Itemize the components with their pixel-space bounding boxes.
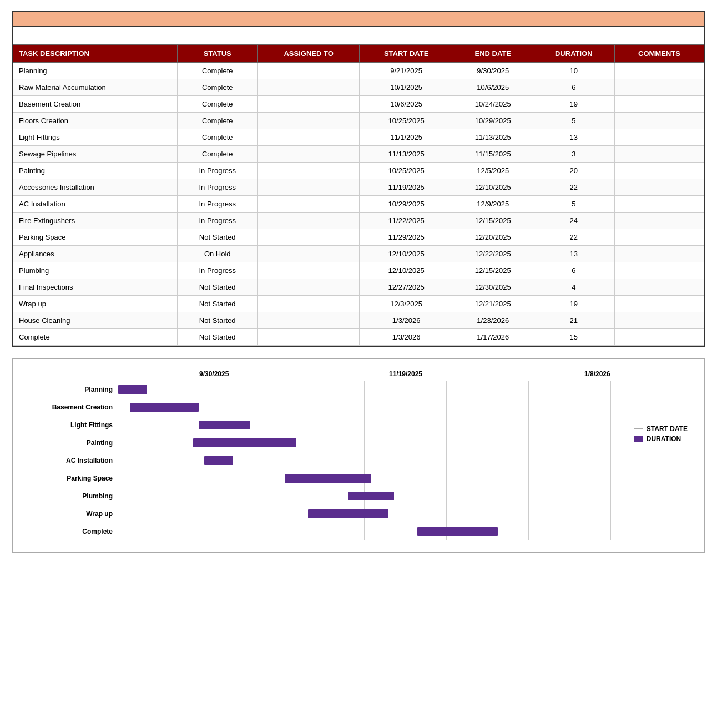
- task-assigned: [257, 96, 359, 113]
- task-end: 1/23/2026: [453, 312, 533, 329]
- table-body: Planning Complete 9/21/2025 9/30/2025 10…: [13, 63, 704, 346]
- task-comments: [614, 96, 704, 113]
- task-comments: [614, 113, 704, 129]
- task-end: 12/15/2025: [453, 262, 533, 279]
- task-status: On Hold: [177, 246, 257, 262]
- gantt-bar: [204, 456, 233, 465]
- task-status: Not Started: [177, 296, 257, 312]
- gantt-task-label: Light Fittings: [24, 416, 118, 434]
- task-duration: 19: [533, 96, 614, 113]
- task-status: In Progress: [177, 179, 257, 196]
- gantt-task-label: AC Installation: [24, 452, 118, 469]
- task-status: Complete: [177, 63, 257, 79]
- task-assigned: [257, 296, 359, 312]
- task-name: Raw Material Accumulation: [13, 79, 178, 96]
- task-assigned: [257, 179, 359, 196]
- task-start: 10/29/2025: [360, 196, 453, 213]
- task-name: House Cleaning: [13, 312, 178, 329]
- gantt-row: [118, 505, 693, 523]
- task-duration: 15: [533, 329, 614, 346]
- table-row: Complete Not Started 1/3/2026 1/17/2026 …: [13, 329, 704, 346]
- task-end: 12/5/2025: [453, 163, 533, 179]
- task-status: Complete: [177, 113, 257, 129]
- task-assigned: [257, 79, 359, 96]
- schedule-table-container: TASK DESCRIPTION STATUS ASSIGNED TO STAR…: [12, 11, 705, 347]
- gantt-row: [118, 469, 693, 487]
- task-duration: 13: [533, 129, 614, 146]
- gantt-bar: [193, 438, 296, 447]
- task-status: In Progress: [177, 262, 257, 279]
- table-row: Basement Creation Complete 10/6/2025 10/…: [13, 96, 704, 113]
- task-status: Not Started: [177, 329, 257, 346]
- task-name: AC Installation: [13, 196, 178, 213]
- task-comments: [614, 229, 704, 246]
- task-duration: 3: [533, 146, 614, 163]
- task-comments: [614, 196, 704, 213]
- task-comments: [614, 79, 704, 96]
- schedule-grid: TASK DESCRIPTION STATUS ASSIGNED TO STAR…: [13, 44, 704, 346]
- table-row: Parking Space Not Started 11/29/2025 12/…: [13, 229, 704, 246]
- table-row: Raw Material Accumulation Complete 10/1/…: [13, 79, 704, 96]
- task-duration: 22: [533, 179, 614, 196]
- table-row: Fire Extingushers In Progress 11/22/2025…: [13, 213, 704, 229]
- table-row: House Cleaning Not Started 1/3/2026 1/23…: [13, 312, 704, 329]
- task-comments: [614, 279, 704, 296]
- task-duration: 4: [533, 279, 614, 296]
- task-end: 12/9/2025: [453, 196, 533, 213]
- table-row: AC Installation In Progress 10/29/2025 1…: [13, 196, 704, 213]
- col-duration: DURATION: [533, 45, 614, 63]
- task-end: 12/15/2025: [453, 213, 533, 229]
- gantt-date-label: 9/30/2025: [118, 370, 310, 378]
- gantt-chart-area: START DATE DURATION: [118, 381, 693, 540]
- gantt-bar: [348, 492, 394, 501]
- main-container: TASK DESCRIPTION STATUS ASSIGNED TO STAR…: [12, 11, 705, 553]
- task-start: 12/3/2025: [360, 296, 453, 312]
- gantt-bar: [308, 509, 388, 518]
- task-assigned: [257, 129, 359, 146]
- gantt-container: 9/30/202511/19/20251/8/2026 PlanningBase…: [12, 358, 705, 553]
- task-comments: [614, 179, 704, 196]
- task-status: Not Started: [177, 229, 257, 246]
- task-assigned: [257, 229, 359, 246]
- task-assigned: [257, 113, 359, 129]
- col-start: START DATE: [360, 45, 453, 63]
- col-status: STATUS: [177, 45, 257, 63]
- task-comments: [614, 296, 704, 312]
- task-duration: 5: [533, 113, 614, 129]
- task-end: 10/24/2025: [453, 96, 533, 113]
- table-row: Final Inspections Not Started 12/27/2025…: [13, 279, 704, 296]
- task-assigned: [257, 146, 359, 163]
- gantt-task-label: Complete: [24, 523, 118, 540]
- task-end: 12/20/2025: [453, 229, 533, 246]
- task-status: In Progress: [177, 213, 257, 229]
- task-start: 1/3/2026: [360, 329, 453, 346]
- task-end: 10/6/2025: [453, 79, 533, 96]
- task-comments: [614, 329, 704, 346]
- task-duration: 24: [533, 213, 614, 229]
- gantt-bar: [417, 527, 498, 536]
- task-name: Plumbing: [13, 262, 178, 279]
- task-name: Basement Creation: [13, 96, 178, 113]
- task-start: 10/6/2025: [360, 96, 453, 113]
- gantt-row: [118, 398, 693, 416]
- task-assigned: [257, 213, 359, 229]
- task-comments: [614, 63, 704, 79]
- task-duration: 6: [533, 262, 614, 279]
- task-assigned: [257, 329, 359, 346]
- gantt-date-label: 11/19/2025: [310, 370, 501, 378]
- gantt-row: [118, 434, 693, 452]
- task-name: Final Inspections: [13, 279, 178, 296]
- task-duration: 13: [533, 246, 614, 262]
- gantt-bar: [285, 474, 371, 483]
- task-assigned: [257, 279, 359, 296]
- table-row: Planning Complete 9/21/2025 9/30/2025 10: [13, 63, 704, 79]
- task-start: 11/13/2025: [360, 146, 453, 163]
- gantt-row: [118, 381, 693, 398]
- table-row: Appliances On Hold 12/10/2025 12/22/2025…: [13, 246, 704, 262]
- task-name: Complete: [13, 329, 178, 346]
- task-start: 9/21/2025: [360, 63, 453, 79]
- gantt-rows: [118, 381, 693, 540]
- task-comments: [614, 146, 704, 163]
- gantt-date-label: 1/8/2026: [502, 370, 693, 378]
- gantt-inner: 9/30/202511/19/20251/8/2026 PlanningBase…: [24, 370, 693, 540]
